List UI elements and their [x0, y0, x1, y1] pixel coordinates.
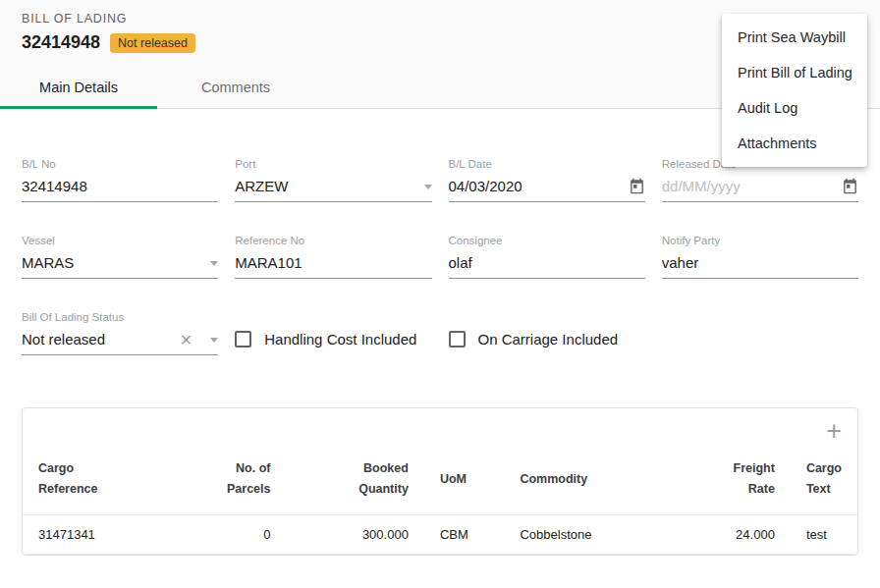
on-carriage-label: On Carriage Included — [478, 331, 619, 347]
col-uom: UoM — [424, 449, 505, 514]
col-no-of-parcels: No. of Parcels — [195, 449, 286, 514]
clear-icon[interactable]: ✕ — [180, 333, 192, 348]
calendar-icon[interactable] — [842, 178, 858, 196]
chevron-down-icon — [210, 261, 218, 266]
document-number: 32414948 — [22, 32, 100, 53]
cell-commodity: Cobbelstone — [504, 514, 653, 554]
reference-no-input[interactable] — [235, 250, 431, 277]
cell-cargo-text: test — [791, 514, 857, 554]
checkbox-icon[interactable] — [235, 331, 251, 347]
field-vessel: Vessel MARAS — [22, 235, 218, 279]
col-commodity: Commodity — [504, 449, 653, 514]
cell-booked-quantity: 300.000 — [286, 514, 423, 554]
col-cargo-reference: Cargo Reference — [23, 449, 195, 514]
bl-date-input[interactable] — [449, 174, 629, 200]
consignee-input[interactable] — [449, 250, 645, 277]
table-row[interactable]: 31471341 0 300.000 CBM Cobbelstone 24.00… — [23, 514, 857, 554]
handling-cost-checkbox[interactable]: Handling Cost Included — [235, 331, 431, 355]
chevron-down-icon — [424, 185, 432, 189]
menu-item-audit-log[interactable]: Audit Log — [722, 90, 867, 126]
bl-status-value: Not released — [22, 327, 180, 353]
cargo-table: Cargo Reference No. of Parcels Booked Qu… — [23, 449, 857, 555]
tab-main-details[interactable]: Main Details — [0, 67, 157, 108]
notify-party-label: Notify Party — [662, 235, 858, 246]
port-select[interactable]: ARZEW — [235, 173, 431, 202]
bl-status-label: Bill Of Lading Status — [22, 311, 218, 323]
notify-party-input[interactable] — [662, 250, 858, 277]
field-bl-no: B/L No — [22, 158, 218, 202]
calendar-icon[interactable] — [629, 178, 645, 196]
menu-item-print-bill-of-lading[interactable]: Print Bill of Lading — [722, 55, 867, 90]
on-carriage-checkbox[interactable]: On Carriage Included — [449, 331, 645, 355]
reference-no-label: Reference No — [235, 235, 431, 246]
bl-no-label: B/L No — [22, 158, 218, 170]
port-value: ARZEW — [235, 174, 417, 200]
cell-no-of-parcels: 0 — [195, 514, 286, 554]
menu-item-attachments[interactable]: Attachments — [722, 126, 867, 161]
consignee-label: Consignee — [449, 235, 645, 246]
field-bl-status: Bill Of Lading Status Not released ✕ — [22, 311, 218, 355]
field-consignee: Consignee — [449, 235, 645, 279]
handling-cost-label: Handling Cost Included — [264, 331, 416, 347]
menu-item-print-sea-waybill[interactable]: Print Sea Waybill — [722, 20, 867, 55]
tab-comments[interactable]: Comments — [157, 67, 314, 108]
bl-date-label: B/L Date — [449, 158, 645, 170]
vessel-value: MARAS — [22, 250, 204, 277]
field-notify-party: Notify Party — [662, 235, 858, 279]
vessel-select[interactable]: MARAS — [22, 249, 218, 279]
field-port: Port ARZEW — [235, 158, 431, 202]
cell-freight-rate: 24.000 — [654, 514, 791, 554]
field-reference-no: Reference No — [235, 235, 431, 279]
bl-no-input[interactable] — [22, 174, 218, 200]
vessel-label: Vessel — [22, 235, 218, 246]
col-cargo-text: Cargo Text — [791, 449, 857, 514]
port-label: Port — [235, 158, 431, 170]
cell-uom: CBM — [424, 514, 505, 554]
chevron-down-icon — [210, 338, 218, 343]
released-date-input[interactable] — [662, 174, 842, 200]
cell-cargo-reference: 31471341 — [23, 514, 195, 554]
cargo-table-card: + Cargo Reference No. of Parcels Booked … — [22, 407, 858, 556]
bl-status-select[interactable]: Not released ✕ — [22, 326, 218, 355]
add-cargo-button[interactable]: + — [826, 418, 842, 445]
bill-of-lading-page: BILL OF LADING 32414948 Not released Mai… — [0, 0, 880, 588]
checkbox-icon[interactable] — [449, 331, 466, 347]
actions-menu: Print Sea Waybill Print Bill of Lading A… — [722, 14, 867, 167]
status-badge: Not released — [110, 33, 195, 53]
col-booked-quantity: Booked Quantity — [286, 449, 423, 514]
field-bl-date: B/L Date — [449, 158, 645, 202]
col-freight-rate: Freight Rate — [654, 449, 791, 514]
